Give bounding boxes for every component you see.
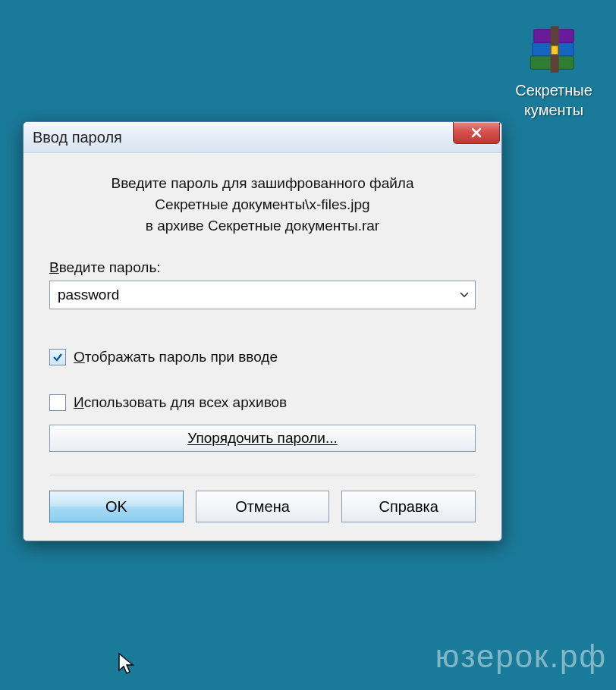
- winrar-archive-icon: [527, 23, 580, 76]
- instruction-line-1: Введите пароль для зашифрованного файла: [49, 173, 476, 194]
- close-icon: [470, 127, 483, 138]
- help-button[interactable]: Справка: [341, 491, 476, 522]
- password-combobox[interactable]: [49, 281, 476, 309]
- instruction-text: Введите пароль для зашифрованного файла …: [49, 173, 476, 237]
- password-field-label: Введите пароль:: [49, 259, 476, 276]
- password-input[interactable]: [50, 281, 454, 309]
- svg-rect-4: [552, 46, 558, 55]
- dialog-title: Ввод пароля: [33, 129, 122, 146]
- close-button[interactable]: [453, 121, 500, 144]
- instruction-line-2: Секретные документы\x-files.jpg: [49, 194, 476, 215]
- password-dialog: Ввод пароля Введите пароль для зашифрова…: [23, 121, 502, 541]
- show-password-checkbox[interactable]: [49, 349, 66, 365]
- use-for-all-label: Использовать для всех архивов: [74, 394, 287, 411]
- watermark-text: юзерок.рф: [435, 638, 607, 675]
- show-password-label: Отображать пароль при вводе: [74, 349, 278, 365]
- mouse-cursor-icon: [118, 652, 136, 676]
- cancel-button[interactable]: Отмена: [196, 491, 330, 522]
- titlebar[interactable]: Ввод пароля: [24, 122, 501, 153]
- desktop-archive-label: Секретные кументы: [501, 80, 607, 120]
- desktop-archive-icon[interactable]: Секретные кументы: [501, 23, 607, 120]
- instruction-line-3: в архиве Секретные документы.rar: [49, 215, 476, 237]
- organize-passwords-label: Упорядочить пароли...: [187, 430, 337, 447]
- use-for-all-checkbox-row[interactable]: Использовать для всех архивов: [49, 394, 476, 411]
- chevron-down-icon: [460, 292, 469, 298]
- ok-button[interactable]: OK: [49, 491, 184, 522]
- checkmark-icon: [52, 352, 63, 362]
- password-dropdown-button[interactable]: [454, 281, 475, 309]
- use-for-all-checkbox[interactable]: [49, 394, 66, 411]
- organize-passwords-button[interactable]: Упорядочить пароли...: [49, 425, 476, 452]
- show-password-checkbox-row[interactable]: Отображать пароль при вводе: [49, 349, 476, 365]
